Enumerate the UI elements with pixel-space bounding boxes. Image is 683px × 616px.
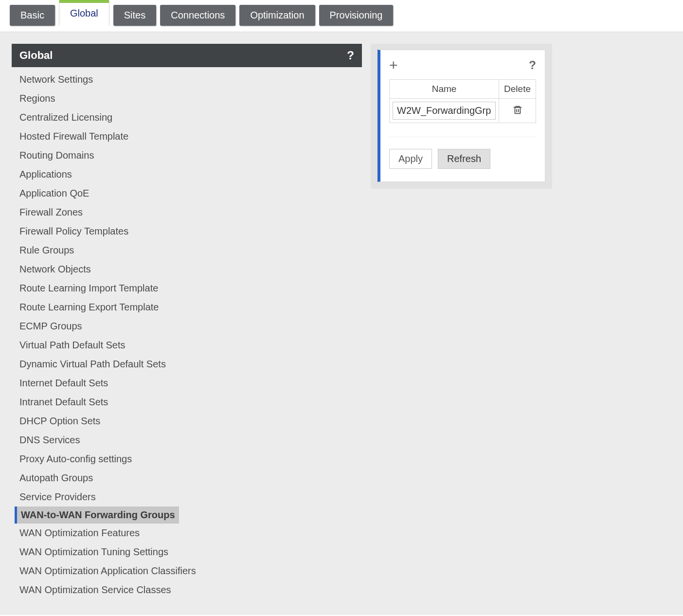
menu-item-route-learning-import-template[interactable]: Route Learning Import Template [15, 279, 362, 298]
forwarding-group-table: Name Delete [389, 79, 536, 123]
column-delete-header: Delete [499, 80, 536, 99]
menu-item-internet-default-sets[interactable]: Internet Default Sets [15, 374, 362, 393]
menu-item-applications[interactable]: Applications [15, 165, 362, 184]
trash-icon[interactable] [512, 105, 523, 115]
menu-item-proxy-auto-config-settings[interactable]: Proxy Auto-config settings [15, 450, 362, 469]
menu-item-wan-optimization-tuning-settings[interactable]: WAN Optimization Tuning Settings [15, 543, 362, 562]
menu-item-regions[interactable]: Regions [15, 89, 362, 108]
add-icon[interactable]: + [389, 58, 398, 72]
menu-item-virtual-path-default-sets[interactable]: Virtual Path Default Sets [15, 336, 362, 355]
tab-connections[interactable]: Connections [160, 5, 235, 26]
menu-item-network-objects[interactable]: Network Objects [15, 260, 362, 279]
refresh-button[interactable]: Refresh [438, 149, 490, 169]
detail-panel: + ? Name Delete Apply Refresh [377, 50, 545, 182]
help-icon[interactable]: ? [529, 58, 536, 72]
action-buttons: Apply Refresh [389, 137, 536, 169]
main-content: Global ? Network SettingsRegionsCentrali… [0, 32, 683, 615]
tab-provisioning[interactable]: Provisioning [319, 5, 394, 26]
menu-item-firewall-policy-templates[interactable]: Firewall Policy Templates [15, 222, 362, 241]
svg-rect-0 [515, 107, 520, 113]
menu-item-wan-optimization-features[interactable]: WAN Optimization Features [15, 524, 362, 543]
column-name-header: Name [390, 80, 499, 99]
menu-list: Network SettingsRegionsCentralized Licen… [12, 67, 362, 603]
detail-toolbar: + ? [389, 58, 536, 72]
tab-optimization[interactable]: Optimization [239, 5, 315, 26]
menu-item-wan-optimization-application-classifiers[interactable]: WAN Optimization Application Classifiers [15, 562, 362, 580]
menu-item-network-settings[interactable]: Network Settings [15, 70, 362, 89]
panel-title: Global [19, 49, 53, 62]
tab-global[interactable]: Global [59, 0, 109, 26]
global-menu-panel: Global ? Network SettingsRegionsCentrali… [12, 44, 362, 603]
menu-item-application-qoe[interactable]: Application QoE [15, 184, 362, 203]
menu-item-ecmp-groups[interactable]: ECMP Groups [15, 317, 362, 336]
detail-panel-wrapper: + ? Name Delete Apply Refresh [371, 44, 552, 189]
menu-item-dhcp-option-sets[interactable]: DHCP Option Sets [15, 412, 362, 431]
menu-item-routing-domains[interactable]: Routing Domains [15, 146, 362, 165]
apply-button[interactable]: Apply [389, 149, 432, 169]
menu-item-service-providers[interactable]: Service Providers [15, 488, 362, 507]
menu-item-intranet-default-sets[interactable]: Intranet Default Sets [15, 393, 362, 412]
menu-item-dynamic-virtual-path-default-sets[interactable]: Dynamic Virtual Path Default Sets [15, 355, 362, 374]
menu-item-wan-to-wan-forwarding-groups[interactable]: WAN-to-WAN Forwarding Groups [15, 507, 179, 524]
group-name-input[interactable] [393, 102, 496, 120]
menu-item-rule-groups[interactable]: Rule Groups [15, 241, 362, 260]
menu-item-centralized-licensing[interactable]: Centralized Licensing [15, 108, 362, 127]
menu-item-wan-optimization-service-classes[interactable]: WAN Optimization Service Classes [15, 580, 362, 599]
tab-sites[interactable]: Sites [113, 5, 156, 26]
menu-item-route-learning-export-template[interactable]: Route Learning Export Template [15, 298, 362, 317]
top-tabs: BasicGlobalSitesConnectionsOptimizationP… [0, 0, 683, 26]
menu-item-firewall-zones[interactable]: Firewall Zones [15, 203, 362, 222]
menu-item-dns-services[interactable]: DNS Services [15, 431, 362, 450]
help-icon[interactable]: ? [347, 49, 354, 62]
menu-item-hosted-firewall-template[interactable]: Hosted Firewall Template [15, 127, 362, 146]
panel-header: Global ? [12, 44, 362, 67]
menu-item-autopath-groups[interactable]: Autopath Groups [15, 469, 362, 488]
tab-basic[interactable]: Basic [10, 5, 55, 26]
table-row [390, 99, 536, 123]
